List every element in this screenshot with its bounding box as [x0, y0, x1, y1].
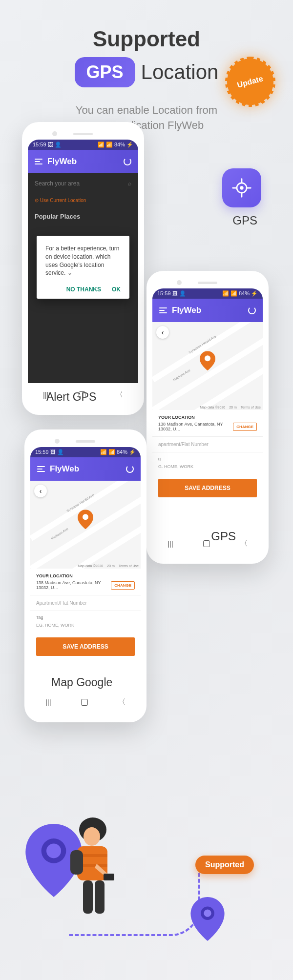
- svg-rect-18: [83, 880, 93, 914]
- svg-rect-20: [104, 874, 114, 880]
- apartment-input[interactable]: apartment/Flat Number: [152, 437, 263, 452]
- gps-icon-label: GPS: [232, 214, 257, 227]
- address-text: 138 Madison Ave, Canastota, NY 13032, U…: [36, 580, 111, 590]
- recent-apps-icon[interactable]: |||: [167, 539, 173, 548]
- phone2-label: GPS: [211, 530, 236, 543]
- map-view[interactable]: Syracuse Herald Ave Madison Ave ‹ Map da…: [152, 322, 263, 410]
- svg-point-11: [204, 910, 211, 917]
- svg-rect-17: [70, 850, 83, 875]
- ok-button[interactable]: OK: [112, 286, 121, 293]
- menu-icon[interactable]: [35, 159, 42, 164]
- recent-apps-icon[interactable]: |||: [45, 698, 51, 706]
- back-icon[interactable]: 〈: [118, 697, 126, 707]
- gps-app-icon: [222, 168, 261, 207]
- android-nav-bar: ||| 〈: [152, 532, 263, 555]
- your-location-label: YOUR LOCATION: [36, 573, 135, 578]
- title-line1: Supported: [0, 27, 293, 51]
- svg-point-13: [84, 827, 100, 846]
- apartment-input[interactable]: Apartment/Flat Number: [30, 595, 141, 611]
- map-pin-icon: [200, 351, 215, 372]
- traveler-illustration: [59, 815, 127, 927]
- back-icon[interactable]: 〈: [116, 390, 123, 399]
- app-bar: FlyWeb: [30, 457, 141, 481]
- map-back-button[interactable]: ‹: [34, 485, 47, 497]
- home-icon[interactable]: [81, 699, 88, 706]
- map-back-button[interactable]: ‹: [156, 326, 169, 339]
- home-icon[interactable]: [203, 540, 210, 547]
- app-bar: FlyWeb: [152, 299, 263, 322]
- update-badge: Update: [227, 59, 273, 105]
- map-attribution: Map data ©202020 mTerms of Use: [78, 564, 139, 568]
- crosshair-icon: [231, 177, 252, 199]
- menu-icon[interactable]: [37, 466, 45, 472]
- alert-message: For a better experience, turn on device …: [45, 245, 121, 277]
- small-map-pin-icon: [190, 897, 225, 941]
- svg-point-1: [240, 186, 243, 189]
- menu-icon[interactable]: [159, 307, 167, 313]
- map-pin-icon: [78, 510, 93, 531]
- refresh-icon[interactable]: [248, 306, 256, 314]
- map-attribution: Map data ©202020 mTerms of Use: [200, 406, 261, 409]
- status-bar: 15:59 🖼 👤📶 📶 84% ⚡: [28, 140, 138, 150]
- refresh-icon[interactable]: [126, 465, 134, 473]
- search-input[interactable]: Search your area⌕: [28, 173, 138, 194]
- map-view[interactable]: Syracuse Herald Ave Madison Ave ‹ Map da…: [30, 481, 141, 569]
- popular-places-heading: Popular Places: [28, 207, 138, 223]
- svg-point-7: [83, 514, 88, 520]
- phone-gps-map: 15:59 🖼 👤📶 📶 84% ⚡ FlyWeb Syracuse Heral…: [146, 271, 269, 564]
- tag-hint: EG. HOME, WORK: [36, 623, 135, 628]
- gps-badge: GPS: [75, 57, 135, 87]
- tag-hint: G. HOME, WORK: [158, 464, 257, 469]
- location-alert-dialog: For a better experience, turn on device …: [37, 236, 129, 299]
- status-bar: 15:59 🖼 👤📶 📶 84% ⚡: [30, 447, 141, 457]
- svg-rect-19: [95, 880, 105, 914]
- tag-label: Tag: [36, 615, 135, 620]
- no-thanks-button[interactable]: NO THANKS: [66, 286, 101, 293]
- change-button[interactable]: CHANGE: [111, 581, 135, 590]
- phone1-label: Alert GPS: [46, 390, 96, 404]
- svg-point-6: [205, 355, 210, 361]
- your-location-label: YOUR LOCATION: [158, 415, 257, 420]
- status-bar: 15:59 🖼 👤📶 📶 84% ⚡: [152, 288, 263, 299]
- save-address-button[interactable]: SAVE ADDRESS: [36, 637, 135, 656]
- refresh-icon[interactable]: [124, 158, 131, 165]
- use-current-location-link[interactable]: ⊙ Use Current Location: [28, 194, 138, 207]
- phone3-label: Map Google: [51, 676, 112, 689]
- supported-button[interactable]: Supported: [195, 856, 254, 874]
- tag-label: g: [158, 456, 257, 461]
- title-location-text: Location: [141, 61, 219, 84]
- footer-illustration: Supported: [24, 804, 269, 956]
- search-icon: ⌕: [128, 180, 131, 187]
- app-bar: FlyWeb: [28, 150, 138, 173]
- android-nav-bar: ||| 〈: [30, 691, 141, 714]
- save-address-button[interactable]: SAVE ADDRESS: [158, 479, 257, 497]
- back-icon[interactable]: 〈: [240, 539, 248, 548]
- address-text: 138 Madison Ave, Canastota, NY 13032, U…: [158, 422, 233, 431]
- phone-alert-gps: 15:59 🖼 👤📶 📶 84% ⚡ FlyWeb Search your ar…: [22, 122, 144, 415]
- change-button[interactable]: CHANGE: [233, 423, 257, 431]
